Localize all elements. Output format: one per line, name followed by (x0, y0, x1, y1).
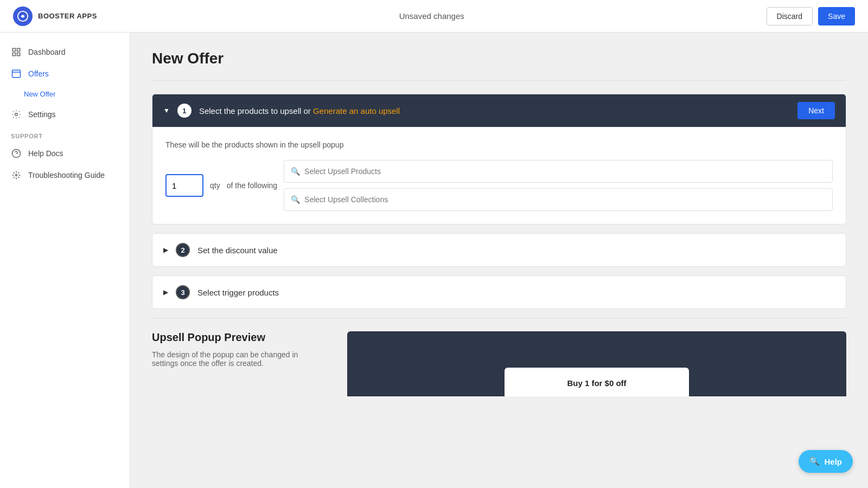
dashboard-icon (11, 47, 22, 57)
search-products-icon: 🔍 (291, 167, 300, 176)
of-the-following-label: of the following (227, 181, 277, 190)
step-2-title: Set the discount value (197, 246, 835, 255)
preview-text-col: Upsell Popup Preview The design of the p… (152, 331, 326, 396)
sidebar-item-settings-label: Settings (28, 110, 56, 119)
step-2-chevron: ▶ (163, 246, 168, 254)
sidebar-item-new-offer-label: New Offer (24, 90, 55, 98)
search-collections-icon: 🔍 (291, 195, 300, 204)
svg-rect-1 (12, 48, 15, 51)
step-1-description: These will be the products shown in the … (165, 140, 833, 149)
step-1-card: ▼ 1 Select the products to upsell or Gen… (152, 94, 846, 224)
preview-popup-text: Buy 1 for $0 off (567, 378, 626, 388)
step-1-form-row: qty of the following 🔍 🔍 (165, 160, 833, 211)
discard-button[interactable]: Discard (767, 7, 813, 25)
logo-text: BOOSTER APPS (38, 12, 97, 20)
help-label: Help (824, 457, 842, 466)
preview-description: The design of the popup can be changed i… (152, 350, 326, 368)
sidebar-item-settings[interactable]: Settings (0, 104, 130, 125)
help-docs-icon (11, 148, 22, 159)
svg-rect-5 (12, 70, 21, 78)
auto-upsell-link[interactable]: Generate an auto upsell (313, 106, 400, 115)
upsell-products-input[interactable] (304, 167, 826, 176)
qty-label: qty (210, 181, 220, 190)
preview-popup: Buy 1 for $0 off (505, 368, 689, 396)
preview-visual: Buy 1 for $0 off (347, 331, 846, 396)
sidebar-item-dashboard-label: Dashboard (28, 48, 66, 56)
page-title: New Offer (152, 50, 846, 67)
sidebar-item-help-docs[interactable]: Help Docs (0, 143, 130, 164)
qty-input[interactable] (165, 174, 203, 197)
upsell-collections-input[interactable] (304, 195, 826, 204)
sidebar-item-troubleshooting-label: Troubleshooting Guide (28, 171, 105, 179)
preview-title: Upsell Popup Preview (152, 331, 326, 344)
step-1-badge: 1 (177, 104, 192, 118)
help-icon: 🔍 (809, 457, 820, 466)
step-2-header[interactable]: ▶ 2 Set the discount value (152, 234, 846, 266)
svg-rect-2 (17, 48, 20, 51)
step-3-card: ▶ 3 Select trigger products (152, 275, 846, 309)
sidebar-item-dashboard[interactable]: Dashboard (0, 41, 130, 63)
save-button[interactable]: Save (818, 7, 855, 25)
step-1-header[interactable]: ▼ 1 Select the products to upsell or Gen… (152, 94, 846, 127)
topbar-actions: Discard Save (767, 7, 855, 25)
step-2-badge: 2 (176, 243, 190, 257)
svg-rect-4 (17, 53, 20, 56)
sidebar-item-offers-label: Offers (28, 69, 49, 78)
next-button[interactable]: Next (797, 102, 835, 119)
sidebar-item-troubleshooting[interactable]: Troubleshooting Guide (0, 164, 130, 186)
step-3-title: Select trigger products (197, 288, 835, 297)
layout: Dashboard Offers New Offer Settings (0, 33, 868, 488)
topbar: BOOSTER APPS Unsaved changes Discard Sav… (0, 0, 868, 33)
sidebar-item-offers[interactable]: Offers (0, 63, 130, 85)
title-divider (152, 80, 846, 81)
preview-divider (152, 318, 846, 318)
upsell-collections-field[interactable]: 🔍 (284, 188, 833, 211)
step-1-chevron: ▼ (163, 107, 170, 114)
support-section-label: SUPPORT (0, 125, 130, 143)
svg-point-7 (15, 113, 18, 116)
svg-rect-3 (12, 53, 15, 56)
logo-icon (13, 7, 33, 26)
step-3-header[interactable]: ▶ 3 Select trigger products (152, 276, 846, 309)
step-2-card: ▶ 2 Set the discount value (152, 233, 846, 267)
troubleshooting-icon (11, 170, 22, 181)
upsell-products-field[interactable]: 🔍 (284, 160, 833, 183)
sidebar: Dashboard Offers New Offer Settings (0, 33, 130, 488)
step-1-title: Select the products to upsell or Generat… (199, 106, 790, 115)
preview-section: Upsell Popup Preview The design of the p… (152, 331, 846, 396)
svg-point-10 (16, 175, 17, 176)
sidebar-item-new-offer[interactable]: New Offer (0, 85, 130, 104)
step-1-content: These will be the products shown in the … (152, 127, 846, 224)
main-content: New Offer ▼ 1 Select the products to ups… (130, 33, 868, 488)
unsaved-changes-label: Unsaved changes (399, 11, 464, 21)
step-3-chevron: ▶ (163, 288, 168, 296)
offers-icon (11, 68, 22, 79)
logo: BOOSTER APPS (13, 7, 97, 26)
step-3-badge: 3 (176, 285, 190, 299)
step-1-title-prefix: Select the products to upsell or (199, 106, 313, 115)
settings-icon (11, 109, 22, 120)
search-inputs: 🔍 🔍 (284, 160, 833, 211)
help-button[interactable]: 🔍 Help (799, 450, 853, 473)
sidebar-item-help-docs-label: Help Docs (28, 149, 63, 158)
